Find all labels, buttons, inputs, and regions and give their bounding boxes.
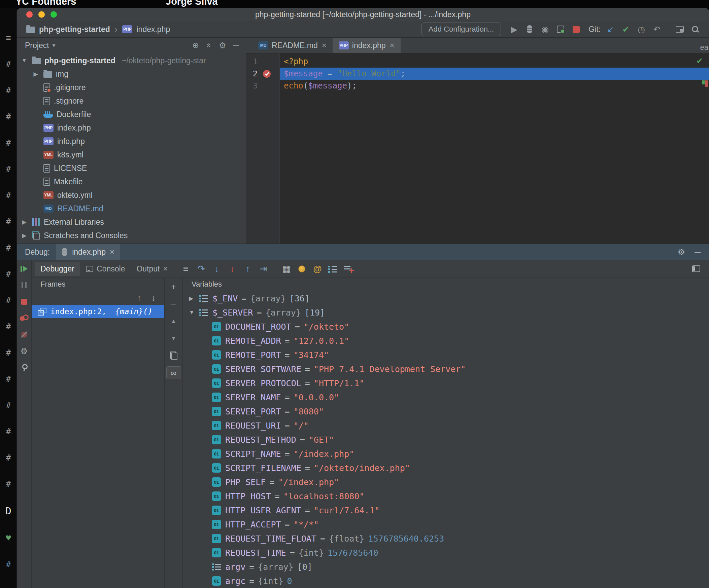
remove-watch-button[interactable]: − (167, 298, 180, 310)
step-into-button[interactable]: ↓ (209, 262, 224, 276)
chevron-right-icon[interactable]: ▶ (32, 71, 40, 78)
profiler-button[interactable] (553, 22, 568, 36)
step-out-button[interactable]: ↑ (240, 262, 255, 276)
stop-button[interactable] (569, 22, 583, 36)
variable-row[interactable]: ▶ $_ENV = {array} [36] (183, 291, 709, 305)
move-down-button[interactable]: ▼ (167, 332, 180, 345)
hide-panel-button[interactable]: ─ (230, 39, 242, 52)
tree-row-external-libraries[interactable]: ▶ External Libraries (17, 215, 246, 229)
variable-row[interactable]: 01 REQUEST_URI = "/" (183, 418, 709, 432)
tab-output[interactable]: Output× (131, 262, 173, 276)
hide-windows-button[interactable] (673, 22, 687, 36)
tree-row[interactable]: Makefile (17, 175, 246, 188)
variable-row[interactable]: 01 SCRIPT_NAME = "/index.php" (183, 447, 709, 461)
variable-row[interactable]: 01 SCRIPT_FILENAME = "/okteto/index.php" (183, 461, 709, 475)
update-project-button[interactable]: ↙ (603, 22, 618, 36)
commit-button[interactable]: ✔ (619, 22, 633, 36)
variable-row[interactable]: 01 SERVER_NAME = "0.0.0.0" (183, 390, 709, 404)
copy-button[interactable] (167, 349, 180, 362)
frame-up-button[interactable]: ↑ (137, 293, 141, 303)
variable-row[interactable]: argv = {array} [0] (183, 560, 709, 574)
stop-button[interactable] (19, 296, 30, 307)
project-panel-header[interactable]: Project ▾ ⊕ « ⚙ ─ (17, 38, 246, 53)
chevron-down-icon[interactable]: ▼ (20, 57, 28, 64)
gutter-line[interactable]: 2 (246, 67, 280, 80)
tree-row[interactable]: YML k8s.yml (17, 148, 246, 162)
variable-row[interactable]: 01 REQUEST_TIME_FLOAT = {float} 15767856… (183, 531, 709, 545)
editor-gutter[interactable]: 1 2 3 (246, 54, 280, 244)
variable-row[interactable]: ▼ $_SERVER = {array} [19] (183, 305, 709, 319)
code-line[interactable]: echo($message); (280, 80, 709, 92)
tab-debugger[interactable]: Debugger (35, 262, 80, 276)
caret-down-icon[interactable]: ▾ (53, 42, 56, 49)
variable-row[interactable]: 01 SERVER_PORT = "8080" (183, 404, 709, 418)
window-titlebar[interactable]: php-getting-started [~/okteto/php-gettin… (17, 8, 709, 21)
tree-row[interactable]: .stignore (17, 94, 246, 108)
view-breakpoints-button[interactable] (19, 313, 30, 324)
hide-debug-panel-button[interactable]: ─ (691, 245, 704, 259)
code-line-execution[interactable]: $message = "Hello World"; (280, 67, 709, 80)
chevron-right-icon[interactable]: ▶ (20, 232, 28, 239)
tree-row[interactable]: ▶ img (17, 67, 246, 81)
variable-row[interactable]: 01 HTTP_ACCEPT = "*/*" (183, 517, 709, 531)
show-watches-toggle[interactable]: ∞ (166, 366, 181, 379)
breadcrumb-project[interactable]: php-getting-started (39, 25, 110, 34)
chevron-right-icon[interactable]: ▶ (189, 295, 199, 302)
run-to-cursor-button[interactable]: ⇥ (256, 262, 271, 276)
coverage-button[interactable]: ◉ (538, 22, 552, 36)
line-number[interactable]: 3 (253, 81, 258, 90)
step-over-button[interactable]: ↷ (194, 262, 209, 276)
php-listen-button[interactable] (295, 262, 309, 276)
variable-row[interactable]: 01 DOCUMENT_ROOT = "/okteto" (183, 319, 709, 334)
pause-button[interactable] (19, 280, 30, 291)
add-configuration-button[interactable]: Add Configuration... (421, 23, 501, 36)
tree-row[interactable]: .gitignore (17, 81, 246, 94)
frame-down-button[interactable]: ↓ (152, 293, 156, 303)
annotations-button[interactable]: @ (310, 262, 325, 276)
resume-button[interactable] (19, 263, 30, 274)
show-execution-point-button[interactable]: ≡ (178, 262, 193, 276)
inspections-ok-icon[interactable]: ✔ (696, 56, 703, 65)
search-everywhere-button[interactable] (688, 22, 702, 36)
variable-row[interactable]: 01 REMOTE_PORT = "34174" (183, 348, 709, 362)
variable-row[interactable]: 01 SERVER_SOFTWARE = "PHP 7.4.1 Developm… (183, 362, 709, 376)
history-button[interactable]: ◷ (634, 22, 649, 36)
line-number[interactable]: 1 (253, 57, 258, 66)
variable-row[interactable]: 01 REQUEST_METHOD = "GET" (183, 432, 709, 447)
close-icon[interactable]: × (110, 247, 114, 257)
run-button[interactable]: ▶ (507, 22, 521, 36)
minimize-window-button[interactable] (38, 11, 45, 18)
debugger-settings-button[interactable]: ⚙ (19, 346, 30, 357)
variable-row[interactable]: 01 PHP_SELF = "/index.php" (183, 475, 709, 489)
rollback-button[interactable]: ↶ (650, 22, 664, 36)
code-line[interactable]: <?php (280, 56, 709, 67)
tree-row[interactable]: MD README.md (17, 202, 246, 215)
error-stripe-markers[interactable] (702, 80, 708, 87)
editor-tab-readme[interactable]: MD README.md × (252, 38, 333, 53)
tree-row[interactable]: YML okteto.yml (17, 188, 246, 202)
restore-layout-button[interactable] (689, 262, 704, 276)
debug-header[interactable]: Debug: index.php × ⚙ ─ (17, 244, 709, 260)
close-icon[interactable]: × (163, 264, 167, 274)
frame-row-selected[interactable]: index.php:2, {main}() (32, 305, 164, 318)
zoom-window-button[interactable] (51, 11, 57, 18)
tree-row-root[interactable]: ▼ php-getting-started ~/okteto/php-getti… (17, 54, 246, 67)
chevron-down-icon[interactable]: ▼ (189, 309, 199, 316)
breakpoint-icon[interactable] (263, 70, 271, 78)
debug-session-tab[interactable]: index.php × (56, 244, 120, 260)
locate-file-button[interactable]: ⊕ (189, 39, 202, 52)
project-settings-button[interactable]: ⚙ (216, 39, 229, 52)
gutter-line[interactable]: 3 (246, 80, 280, 92)
close-icon[interactable]: × (390, 41, 395, 50)
variable-row[interactable]: 01 HTTP_USER_AGENT = "curl/7.64.1" (183, 503, 709, 517)
force-step-into-button[interactable]: ↓ (225, 262, 240, 276)
debug-button[interactable] (523, 22, 536, 36)
gutter-line[interactable]: 1 (246, 56, 280, 67)
editor-tab-index-php[interactable]: PHP index.php × (333, 38, 401, 53)
close-icon[interactable]: × (322, 41, 326, 50)
tree-row[interactable]: PHP index.php (17, 121, 246, 135)
tree-row[interactable]: PHP info.php (17, 135, 246, 148)
chevron-right-icon[interactable]: ▶ (20, 219, 28, 226)
move-up-button[interactable]: ▲ (167, 315, 180, 328)
variable-row[interactable]: 01 argc = {int} 0 (183, 574, 709, 588)
